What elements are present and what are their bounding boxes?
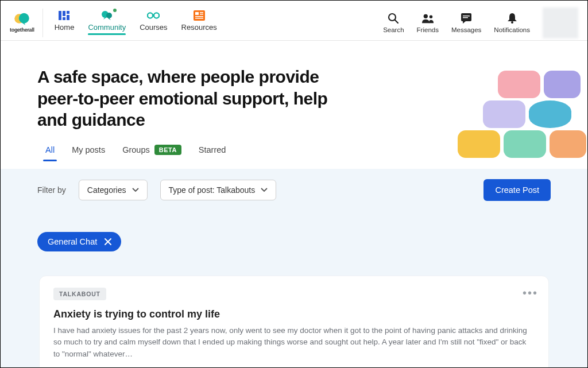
svg-rect-2: [59, 11, 61, 20]
nav-label: Courses: [140, 23, 167, 32]
svg-rect-4: [67, 11, 69, 14]
tab-all[interactable]: All: [45, 145, 55, 161]
post-body: I have had anxiety issues for the past 2…: [53, 325, 535, 361]
nav-label: Resources: [181, 23, 217, 32]
primary-nav: Home Community Courses Resources: [55, 10, 217, 35]
beta-badge: BETA: [154, 145, 181, 155]
post-type-badge: TALKABOUT: [53, 288, 106, 300]
close-icon: [104, 238, 112, 246]
decorative-tiles: [458, 71, 588, 168]
svg-line-19: [395, 20, 398, 23]
filter-controls: Filter by Categories Type of post: Talka…: [37, 180, 276, 200]
svg-point-9: [148, 13, 153, 18]
svg-rect-17: [195, 18, 203, 19]
friends-icon: [421, 12, 434, 25]
tab-my-posts[interactable]: My posts: [72, 145, 105, 161]
svg-rect-15: [200, 14, 203, 15]
svg-rect-16: [195, 16, 203, 17]
tab-starred[interactable]: Starred: [199, 145, 226, 161]
svg-point-20: [423, 14, 427, 18]
messages-button[interactable]: Messages: [451, 12, 481, 33]
chat-bubbles-icon: [100, 10, 113, 21]
svg-rect-12: [194, 10, 205, 21]
messages-icon: [460, 12, 473, 25]
topbar-right: Search Friends Messages Notifications: [383, 7, 578, 38]
hero-section: A safe space, where people provide peer-…: [1, 41, 587, 169]
search-button[interactable]: Search: [383, 12, 404, 33]
filter-label: Filter by: [37, 185, 66, 195]
svg-point-25: [511, 21, 513, 24]
newspaper-icon: [193, 10, 206, 21]
svg-rect-6: [67, 15, 69, 20]
chevron-down-icon: [132, 188, 139, 192]
search-icon: [387, 12, 400, 25]
tab-groups[interactable]: Groups BETA: [122, 145, 181, 161]
bell-icon: [506, 12, 519, 25]
filter-row: Filter by Categories Type of post: Talka…: [37, 179, 551, 201]
svg-point-1: [19, 13, 29, 24]
active-filters: General Chat: [37, 232, 551, 251]
top-bar: togetherall Home Community Course: [1, 1, 587, 41]
post-title: Anxiety is trying to control my life: [53, 308, 535, 320]
post-card[interactable]: TALKABOUT ••• Anxiety is trying to contr…: [39, 276, 549, 369]
svg-rect-5: [63, 17, 65, 20]
categories-dropdown[interactable]: Categories: [79, 180, 148, 200]
friends-label: Friends: [417, 26, 439, 33]
notifications-button[interactable]: Notifications: [494, 12, 530, 33]
home-dashboard-icon: [58, 10, 71, 21]
svg-point-8: [106, 13, 112, 18]
messages-label: Messages: [451, 26, 481, 33]
page-title: A safe space, where people provide peer-…: [37, 66, 359, 131]
notifications-label: Notifications: [494, 26, 530, 33]
type-of-post-dropdown[interactable]: Type of post: Talkabouts: [160, 180, 277, 200]
nav-label: Community: [88, 23, 126, 32]
brand-name: togetherall: [10, 27, 34, 33]
svg-point-21: [430, 16, 433, 19]
brand-logo[interactable]: togetherall: [10, 9, 43, 37]
chevron-down-icon: [261, 188, 268, 192]
togetherall-logo-icon: [13, 13, 30, 26]
search-label: Search: [383, 26, 404, 33]
friends-button[interactable]: Friends: [417, 12, 439, 33]
svg-rect-24: [463, 17, 468, 18]
nav-label: Home: [55, 23, 75, 32]
svg-rect-3: [63, 11, 65, 16]
notification-dot: [113, 9, 117, 12]
create-post-button[interactable]: Create Post: [483, 179, 551, 201]
post-more-menu[interactable]: •••: [523, 286, 538, 300]
svg-rect-13: [195, 12, 199, 15]
nav-community[interactable]: Community: [88, 10, 126, 35]
nav-courses[interactable]: Courses: [140, 10, 167, 35]
nav-home[interactable]: Home: [55, 10, 75, 35]
glasses-icon: [147, 10, 160, 21]
nav-resources[interactable]: Resources: [181, 10, 217, 35]
svg-rect-23: [463, 16, 470, 17]
filter-chip-general-chat[interactable]: General Chat: [37, 232, 121, 251]
svg-rect-14: [200, 12, 203, 13]
filter-section: Filter by Categories Type of post: Talka…: [1, 169, 587, 369]
svg-point-18: [389, 14, 396, 21]
svg-point-10: [154, 13, 159, 18]
topbar-left: togetherall Home Community Course: [10, 9, 217, 37]
user-avatar[interactable]: [543, 7, 578, 38]
